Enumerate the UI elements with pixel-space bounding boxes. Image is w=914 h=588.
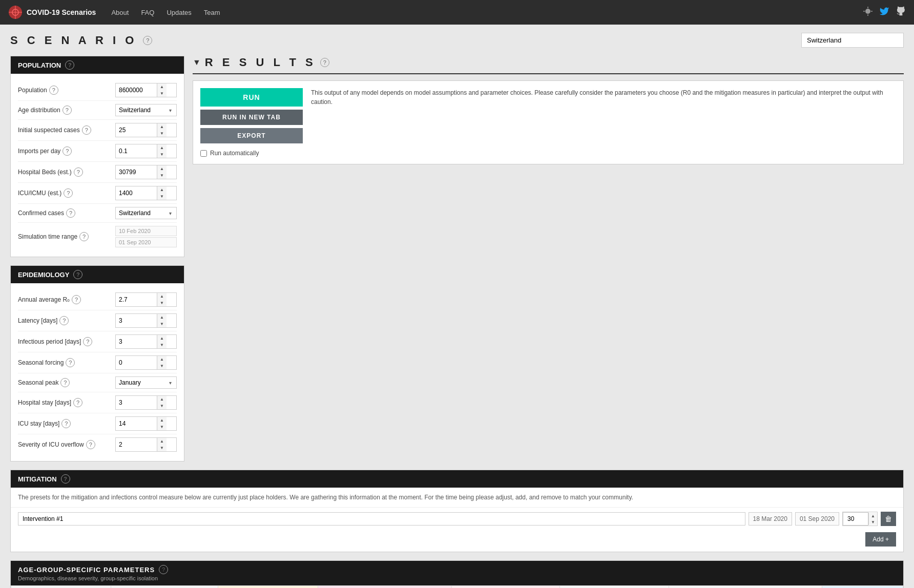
infectious-up[interactable]: ▲ xyxy=(157,335,167,342)
brand[interactable]: COVID-19 Scenarios xyxy=(8,5,96,19)
population-field-help[interactable]: ? xyxy=(49,86,58,95)
nav-updates[interactable]: Updates xyxy=(161,6,196,19)
intervention-up[interactable]: ▲ xyxy=(869,513,877,519)
r0-down[interactable]: ▼ xyxy=(157,300,167,306)
hospital-beds-up[interactable]: ▲ xyxy=(157,165,167,172)
icu-input[interactable] xyxy=(116,187,157,199)
icu-stay-help[interactable]: ? xyxy=(61,419,71,428)
results-help-icon[interactable]: ? xyxy=(320,58,329,67)
population-input[interactable] xyxy=(116,85,157,96)
severity-overflow-up[interactable]: ▲ xyxy=(157,438,167,445)
age-params-help-icon[interactable]: ? xyxy=(159,565,168,574)
intervention-down[interactable]: ▼ xyxy=(869,519,877,525)
imports-up[interactable]: ▲ xyxy=(157,144,167,151)
country-dropdown[interactable]: Switzerland Germany France Italy United … xyxy=(801,33,904,48)
population-down[interactable]: ▼ xyxy=(157,90,167,97)
imports-help[interactable]: ? xyxy=(63,146,72,156)
population-body: Population ? ▲ ▼ xyxy=(11,74,184,257)
initial-cases-help[interactable]: ? xyxy=(82,125,91,135)
intervention-start-date: 18 Mar 2020 xyxy=(749,512,792,526)
results-header: ▼ R E S U L T S ? xyxy=(193,56,904,74)
population-up[interactable]: ▲ xyxy=(157,83,167,90)
hospital-stay-wrap: ▲ ▼ xyxy=(115,395,177,410)
seasonal-forcing-input[interactable] xyxy=(116,357,157,368)
infectious-help[interactable]: ? xyxy=(83,337,92,346)
hospital-beds-down[interactable]: ▼ xyxy=(157,172,167,179)
github-icon[interactable] xyxy=(896,6,906,19)
severity-overflow-down[interactable]: ▼ xyxy=(157,445,167,451)
latency-label: Latency [days] ? xyxy=(18,316,115,325)
initial-cases-up[interactable]: ▲ xyxy=(157,123,167,130)
scenario-header: S C E N A R I O ? Switzerland Germany Fr… xyxy=(10,33,904,48)
epidemiology-panel: EPIDEMIOLOGY ? Annual average R₀ ? xyxy=(10,265,184,461)
age-dist-select[interactable]: Switzerland xyxy=(116,104,167,116)
hospital-beds-input[interactable] xyxy=(116,166,157,178)
hospital-beds-help[interactable]: ? xyxy=(74,167,83,177)
run-button[interactable]: RUN xyxy=(200,88,303,107)
population-help-icon[interactable]: ? xyxy=(65,60,74,70)
nav-faq[interactable]: FAQ xyxy=(136,6,159,19)
initial-cases-input[interactable] xyxy=(116,124,157,136)
confirmed-cases-select[interactable]: Switzerland xyxy=(116,207,167,219)
severity-overflow-help[interactable]: ? xyxy=(86,440,95,449)
r0-up[interactable]: ▲ xyxy=(157,293,167,300)
latency-help[interactable]: ? xyxy=(59,316,69,325)
icu-stay-input[interactable] xyxy=(116,418,157,429)
add-intervention-button[interactable]: Add + xyxy=(865,532,896,547)
icu-down[interactable]: ▼ xyxy=(157,193,167,200)
seasonal-peak-help[interactable]: ? xyxy=(60,378,70,387)
seasonal-forcing-help[interactable]: ? xyxy=(66,358,75,367)
nav-team[interactable]: Team xyxy=(199,6,225,19)
icu-stay-down[interactable]: ▼ xyxy=(157,424,167,430)
seasonal-peak-wrap: January February March July ▾ xyxy=(115,376,177,389)
virus-icon[interactable] xyxy=(863,6,873,19)
initial-cases-down[interactable]: ▼ xyxy=(157,130,167,137)
run-new-tab-button[interactable]: RUN IN NEW TAB xyxy=(200,110,303,125)
r0-help[interactable]: ? xyxy=(72,295,81,304)
epidemiology-help-icon[interactable]: ? xyxy=(73,270,82,279)
icu-stay-up[interactable]: ▲ xyxy=(157,417,167,424)
epidemiology-body: Annual average R₀ ? ▲ ▼ xyxy=(11,283,184,461)
initial-cases-row: Initial suspected cases ? ▲ ▼ xyxy=(18,120,177,141)
hospital-stay-down[interactable]: ▼ xyxy=(157,403,167,409)
latency-down[interactable]: ▼ xyxy=(157,321,167,327)
infectious-label: Infectious period [days] ? xyxy=(18,337,115,346)
intervention-name-input[interactable] xyxy=(18,512,745,526)
latency-input[interactable] xyxy=(116,315,157,326)
delete-intervention-button[interactable]: 🗑 xyxy=(881,512,896,526)
infectious-down[interactable]: ▼ xyxy=(157,342,167,348)
hospital-stay-input[interactable] xyxy=(116,397,157,408)
seasonal-forcing-up[interactable]: ▲ xyxy=(157,356,167,363)
intervention-value-input[interactable] xyxy=(843,512,868,526)
twitter-icon[interactable] xyxy=(879,6,889,19)
infectious-input[interactable] xyxy=(116,336,157,347)
mitigation-help-icon[interactable]: ? xyxy=(61,474,70,484)
population-title: POPULATION xyxy=(18,61,61,69)
export-button[interactable]: EXPORT xyxy=(200,128,303,143)
latency-up[interactable]: ▲ xyxy=(157,314,167,321)
imports-down[interactable]: ▼ xyxy=(157,151,167,158)
epidemiology-title: EPIDEMIOLOGY xyxy=(18,271,69,279)
age-dist-help[interactable]: ? xyxy=(63,106,72,115)
sim-time-help[interactable]: ? xyxy=(79,232,89,241)
imports-input[interactable] xyxy=(116,145,157,157)
severity-overflow-input[interactable] xyxy=(116,439,157,450)
sim-time-end-input[interactable] xyxy=(115,237,177,247)
icu-up[interactable]: ▲ xyxy=(157,186,167,193)
hospital-stay-up[interactable]: ▲ xyxy=(157,396,167,403)
two-col-layout: POPULATION ? Population ? xyxy=(10,56,904,470)
th-age-group: Age group xyxy=(11,586,111,589)
run-auto-checkbox[interactable] xyxy=(200,150,207,157)
seasonal-forcing-down[interactable]: ▼ xyxy=(157,363,167,369)
seasonal-peak-select[interactable]: January February March July xyxy=(116,377,167,388)
confirmed-cases-help[interactable]: ? xyxy=(66,208,75,218)
hospital-stay-help[interactable]: ? xyxy=(73,398,82,407)
icu-help[interactable]: ? xyxy=(64,188,73,198)
infectious-spinners: ▲ ▼ xyxy=(157,335,167,348)
sim-time-start-input[interactable] xyxy=(115,226,177,236)
intervention-value-wrap: ▲ ▼ xyxy=(842,512,878,526)
scenario-help-icon[interactable]: ? xyxy=(143,36,152,45)
age-dist-chevron: ▾ xyxy=(167,108,174,113)
nav-about[interactable]: About xyxy=(106,6,134,19)
r0-input[interactable] xyxy=(116,294,157,305)
